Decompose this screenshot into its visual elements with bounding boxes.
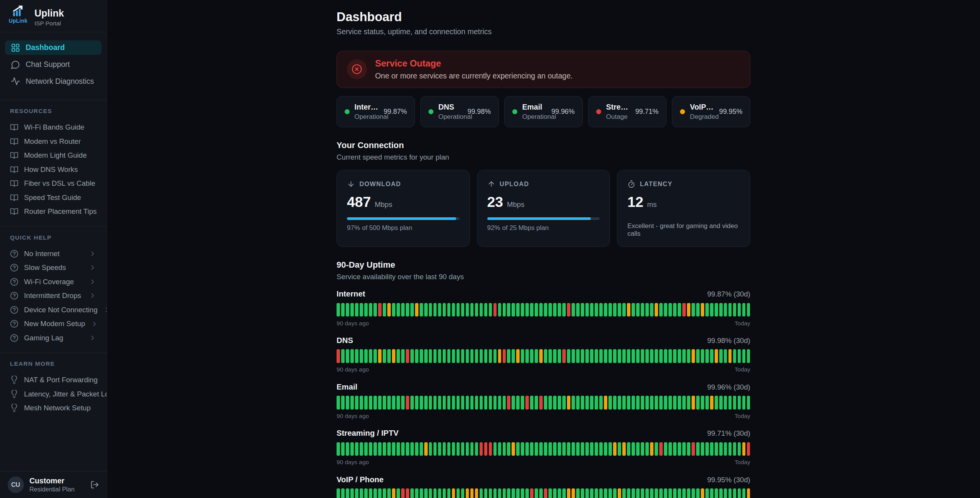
uptime-day-bar (553, 349, 557, 363)
status-card-internet[interactable]: InternetOperational99.87% (337, 96, 415, 127)
sidebar-item-router-placement-tips[interactable]: Router Placement Tips (0, 205, 107, 219)
sidebar-item-modem-light-guide[interactable]: Modem Light Guide (0, 148, 107, 163)
sidebar-item-fiber-vs-dsl-vs-cable[interactable]: Fiber vs DSL vs Cable (0, 177, 107, 191)
sidebar-item-how-dns-works[interactable]: How DNS Works (0, 162, 107, 177)
uptime-day-bar (512, 303, 515, 317)
uptime-day-bar (507, 349, 510, 363)
sidebar-item-gaming-lag[interactable]: Gaming Lag (0, 331, 107, 345)
help-circle-icon (10, 250, 18, 258)
sidebar-item-nat-port-forwarding[interactable]: NAT & Port Forwarding (0, 373, 107, 387)
status-card-dns[interactable]: DNSOperational99.98% (420, 96, 498, 127)
book-icon (10, 179, 18, 188)
uptime-day-bar (692, 488, 695, 498)
user-name: Customer (29, 476, 74, 485)
help-circle-icon (10, 320, 18, 328)
sidebar-item-network-diagnostics[interactable]: Network Diagnostics (5, 74, 102, 88)
brand-tagline: ISP Portal (34, 20, 64, 27)
uptime-day-bar (438, 488, 442, 498)
sidebar-item-intermittent-drops[interactable]: Intermittent Drops (0, 289, 107, 303)
uptime-day-bar (397, 303, 400, 317)
uptime-day-bar (687, 303, 690, 317)
uptime-day-bar (539, 303, 543, 317)
uptime-day-bar (715, 442, 718, 456)
sidebar-item-new-modem-setup[interactable]: New Modem Setup (0, 317, 107, 331)
status-card-streaming-iptv[interactable]: Streaming / IPTVOutage99.71% (588, 96, 666, 127)
sidebar-item-slow-speeds[interactable]: Slow Speeds (0, 261, 107, 275)
sidebar-item-dashboard[interactable]: Dashboard (5, 40, 102, 55)
uptime-day-bar (715, 349, 718, 363)
uptime-day-bar (512, 442, 515, 456)
sidebar-item-wi-fi-coverage[interactable]: Wi-Fi Coverage (0, 275, 107, 289)
uptime-day-bar (608, 488, 612, 498)
sidebar-item-modem-vs-router[interactable]: Modem vs Router (0, 134, 107, 148)
uptime-day-bar (604, 442, 607, 456)
status-card-voip-phone[interactable]: VoIP / PhoneDegraded99.95% (672, 96, 750, 127)
uptime-day-bar (392, 396, 395, 410)
sidebar-item-device-not-connecting[interactable]: Device Not Connecting (0, 303, 107, 317)
service-uptime-pct: 99.98% (468, 108, 491, 116)
uptime-day-bar (516, 303, 520, 317)
uptime-axis-labels: 90 days agoToday (337, 413, 750, 420)
uptime-day-bar (585, 442, 589, 456)
metric-label: DOWNLOAD (360, 180, 401, 188)
uptime-day-bar (590, 349, 593, 363)
uptime-day-bar (724, 442, 727, 456)
uptime-day-bar (608, 303, 612, 317)
uptime-day-bar (443, 349, 446, 363)
uptime-day-bar (484, 396, 488, 410)
uptime-rows: Internet99.87% (30d)90 days agoTodayDNS9… (337, 290, 750, 498)
status-meta: DNSOperational (438, 103, 463, 120)
uptime-day-bar (415, 488, 418, 498)
service-uptime-pct: 99.71% (635, 108, 659, 116)
uptime-day-bar (397, 442, 400, 456)
arrow-up-icon (487, 180, 495, 188)
resources-section: RESOURCES Wi-Fi Bands GuideModem vs Rout… (0, 100, 107, 222)
uptime-day-bar (341, 396, 345, 410)
uptime-day-bar (673, 442, 677, 456)
uptime-day-bar (378, 349, 382, 363)
uptime-day-bar (567, 396, 570, 410)
sidebar-item-chat-support[interactable]: Chat Support (5, 57, 102, 72)
logo-wordmark: UpLink (9, 18, 28, 24)
sidebar-item-speed-test-guide[interactable]: Speed Test Guide (0, 191, 107, 205)
uptime-day-bar (655, 349, 658, 363)
uptime-day-bar (470, 488, 474, 498)
uptime-day-bar (641, 488, 644, 498)
uptime-day-bar (350, 442, 354, 456)
uptime-day-bar (452, 349, 455, 363)
resources-section-label: RESOURCES (0, 108, 107, 115)
status-card-email[interactable]: EmailOperational99.96% (504, 96, 582, 127)
book-icon (10, 193, 18, 202)
sidebar-item-latency-jitter-packet-loss[interactable]: Latency, Jitter & Packet Loss (0, 387, 107, 401)
uptime-day-bar (678, 303, 681, 317)
axis-label-start: 90 days ago (337, 366, 369, 373)
uptime-day-bar (484, 303, 488, 317)
uptime-day-bar (585, 349, 589, 363)
uptime-day-bar (715, 303, 718, 317)
uptime-day-bar (493, 303, 497, 317)
outage-message: One or more services are currently exper… (375, 72, 573, 80)
sidebar-item-mesh-network-setup[interactable]: Mesh Network Setup (0, 401, 107, 415)
uptime-day-bar (489, 349, 492, 363)
uptime-day-bar (369, 396, 372, 410)
uptime-day-bar (655, 303, 658, 317)
uptime-day-bar (608, 396, 612, 410)
uptime-bar-chart (337, 488, 750, 498)
status-dot-icon (428, 109, 433, 114)
sidebar-item-no-internet[interactable]: No Internet (0, 247, 107, 261)
uptime-day-bar (521, 488, 524, 498)
sidebar-item-label: New Modem Setup (24, 320, 85, 328)
uptime-day-bar (701, 488, 704, 498)
page-title: Dashboard (337, 10, 750, 24)
uptime-day-bar (378, 396, 382, 410)
uptime-day-bar (424, 442, 428, 456)
uptime-day-bar (401, 488, 405, 498)
page-subtitle: Service status, uptime, and connection m… (337, 27, 750, 36)
logout-icon[interactable] (90, 480, 99, 489)
sidebar-item-wi-fi-bands-guide[interactable]: Wi-Fi Bands Guide (0, 120, 107, 135)
uptime-day-bar (433, 303, 437, 317)
uptime-day-bar (567, 349, 570, 363)
brand-name: Uplink (34, 8, 64, 19)
uptime-day-bar (433, 396, 437, 410)
uptime-day-bar (364, 349, 368, 363)
